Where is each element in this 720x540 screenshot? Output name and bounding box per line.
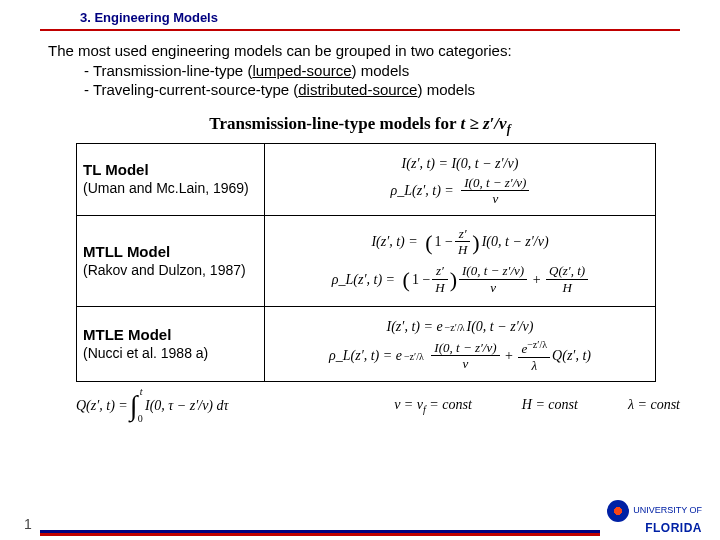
seal-icon	[607, 500, 629, 522]
text: - Traveling-current-source-type (	[84, 81, 298, 98]
text: Transmission-line-type models for	[209, 114, 460, 133]
model-eq-cell: I(z′, t) = I(0, t − z′/ν) ρ_L(z′, t) = I…	[265, 143, 656, 215]
model-title: MTLL Model	[83, 243, 258, 262]
model-name-cell: MTLL Model (Rakov and Dulzon, 1987)	[77, 215, 265, 307]
const-v: ν = vf = const	[394, 397, 472, 415]
table-row: MTLL Model (Rakov and Dulzon, 1987) I(z′…	[77, 215, 656, 307]
subscript: f	[507, 122, 511, 136]
equation-current: I(z′, t) = (1 − z′H) I(0, t − z′/ν)	[271, 224, 649, 261]
table-row: MTLE Model (Nucci et al. 1988 a) I(z′, t…	[77, 307, 656, 382]
const-lambda: λ = const	[628, 397, 680, 415]
section-header: 3. Engineering Models	[0, 0, 720, 27]
table-caption: Transmission-line-type models for t ≥ z′…	[0, 114, 720, 137]
keyword-lumped: lumped-source	[252, 62, 351, 79]
intro-line1: The most used engineering models can be …	[48, 41, 680, 61]
model-eq-cell: I(z′, t) = (1 − z′H) I(0, t − z′/ν) ρ_L(…	[265, 215, 656, 307]
footer-rule	[40, 533, 600, 536]
const-h: H = const	[522, 397, 578, 415]
intro-text: The most used engineering models can be …	[0, 31, 720, 100]
text: ) models	[352, 62, 410, 79]
model-title: TL Model	[83, 161, 258, 180]
logo-small-text: UNIVERSITY OF	[633, 505, 702, 515]
equation-charge: ρ_L(z′, t) = e−z′/λ I(0, t − z′/ν)ν + e−…	[271, 339, 649, 373]
constants-list: ν = vf = const H = const λ = const	[394, 397, 680, 415]
model-eq-cell: I(z′, t) = e−z′/λ I(0, t − z′/ν) ρ_L(z′,…	[265, 307, 656, 382]
equation-current: I(z′, t) = e−z′/λ I(0, t − z′/ν)	[271, 315, 649, 339]
keyword-distributed: distributed-source	[298, 81, 417, 98]
model-citation: (Nucci et al. 1988 a)	[83, 345, 258, 363]
condition: t ≥ z′/v	[460, 114, 506, 133]
equation-charge: ρ_L(z′, t) = I(0, t − z′/ν)ν	[271, 176, 649, 207]
page-number: 1	[24, 516, 32, 532]
model-title: MTLE Model	[83, 326, 258, 345]
footer-equations: Q(z′, t) = ∫t0 I(0, τ − z′/ν) dτ ν = vf …	[76, 390, 680, 422]
models-table: TL Model (Uman and Mc.Lain, 1969) I(z′, …	[76, 143, 656, 382]
equation-charge: ρ_L(z′, t) = (1 − z′H) I(0, t − z′/ν)ν +…	[271, 261, 649, 298]
table-row: TL Model (Uman and Mc.Lain, 1969) I(z′, …	[77, 143, 656, 215]
text: ) models	[417, 81, 475, 98]
model-name-cell: MTLE Model (Nucci et al. 1988 a)	[77, 307, 265, 382]
model-name-cell: TL Model (Uman and Mc.Lain, 1969)	[77, 143, 265, 215]
model-citation: (Uman and Mc.Lain, 1969)	[83, 180, 258, 198]
logo-big-text: FLORIDA	[645, 521, 702, 535]
model-citation: (Rakov and Dulzon, 1987)	[83, 262, 258, 280]
text: - Transmission-line-type (	[84, 62, 252, 79]
university-logo: UNIVERSITY OF FLORIDA	[607, 500, 702, 534]
intro-bullet2: - Traveling-current-source-type (distrib…	[48, 80, 680, 100]
intro-bullet1: - Transmission-line-type (lumped-source)…	[48, 61, 680, 81]
equation-current: I(z′, t) = I(0, t − z′/ν)	[271, 152, 649, 176]
q-definition: Q(z′, t) = ∫t0 I(0, τ − z′/ν) dτ	[76, 390, 229, 422]
